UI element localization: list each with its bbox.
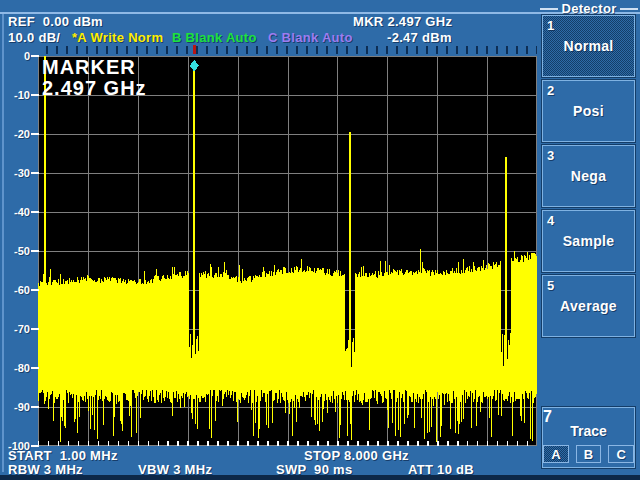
ref-level-readout: REF 0.00 dBm	[8, 15, 103, 28]
trace-select-row: ABC	[543, 445, 634, 463]
softkey-label: Nega	[543, 168, 634, 184]
softkey-trace[interactable]: 7 Trace ABC	[542, 407, 635, 468]
title-rule-right	[620, 8, 638, 10]
marker-freq-readout: MKR 2.497 GHz	[353, 15, 452, 28]
spectrum-plot	[38, 56, 537, 446]
y-axis-label: -80	[0, 362, 30, 374]
y-axis-tick	[31, 367, 39, 369]
y-axis-tick	[31, 445, 39, 447]
softkey-normal[interactable]: 1Normal	[542, 15, 635, 77]
noise-trace	[39, 251, 537, 442]
softkey-number: 3	[547, 148, 554, 163]
marker-annotation-line2: 2.497 GHz	[42, 77, 147, 99]
softkey-number: 5	[547, 278, 554, 293]
marker-diamond	[190, 60, 199, 72]
scale-readout: 10.0 dB/	[8, 31, 60, 44]
softkey-label: Average	[543, 298, 634, 314]
softkey-label: Posi	[543, 103, 634, 119]
y-axis-label: -30	[0, 167, 30, 179]
menu-title-row: Detector	[540, 2, 638, 15]
softkey-label: Normal	[543, 38, 634, 54]
bottom-border-strip	[0, 475, 640, 480]
trace-select-c[interactable]: C	[608, 445, 634, 463]
stop-freq-readout: STOP 8.000 GHz	[304, 449, 409, 462]
y-axis-label: -70	[0, 323, 30, 335]
y-axis-tick	[31, 328, 39, 330]
softkey-nega[interactable]: 3Nega	[542, 145, 635, 207]
softkey-label: Sample	[543, 233, 634, 249]
trace-svg	[38, 56, 537, 446]
y-axis-label: 0	[0, 50, 30, 62]
menu-title: Detector	[558, 1, 619, 16]
softkey-number: 2	[547, 83, 554, 98]
y-axis-label: -90	[0, 401, 30, 413]
marker-annotation: MARKER2.497 GHz	[42, 57, 147, 99]
softkey-number: 4	[547, 213, 554, 228]
y-axis-tick	[31, 133, 39, 135]
y-axis-label: -20	[0, 128, 30, 140]
y-axis-tick	[31, 406, 39, 408]
marker-annotation-line1: MARKER	[42, 56, 136, 78]
y-axis-label: -60	[0, 284, 30, 296]
softkey-posi[interactable]: 2Posi	[542, 80, 635, 142]
softkey-sample[interactable]: 4Sample	[542, 210, 635, 272]
marker-level-readout: -2.47 dBm	[387, 31, 452, 44]
y-axis-tick	[31, 55, 39, 57]
y-axis-tick	[31, 250, 39, 252]
y-axis-tick	[31, 94, 39, 96]
frequency-tick-ruler	[38, 46, 537, 54]
y-axis-tick	[31, 289, 39, 291]
y-axis-label: -50	[0, 245, 30, 257]
y-axis-tick	[31, 172, 39, 174]
title-rule-left	[540, 8, 558, 10]
trace-a-status: *A Write Norm	[72, 31, 163, 44]
start-freq-readout: START 1.00 MHz	[8, 449, 118, 462]
softkey-average[interactable]: 5Average	[542, 275, 635, 337]
y-axis-label: -10	[0, 89, 30, 101]
trace-b-status: B Blank Auto	[172, 31, 257, 44]
y-axis-label: -40	[0, 206, 30, 218]
trace-select-a[interactable]: A	[543, 445, 569, 463]
trace-select-b[interactable]: B	[576, 445, 602, 463]
softkey-number: 1	[547, 18, 554, 33]
softkey-label: Trace	[543, 423, 634, 439]
spectrum-analyzer-screen: REF 0.00 dBm 10.0 dB/ *A Write Norm B Bl…	[0, 0, 640, 480]
softkey-menu: Detector 1Normal2Posi3Nega4Sample5Averag…	[540, 0, 638, 470]
marker-position-tick	[193, 45, 196, 54]
trace-c-status: C Blank Auto	[268, 31, 353, 44]
y-axis-tick	[31, 211, 39, 213]
